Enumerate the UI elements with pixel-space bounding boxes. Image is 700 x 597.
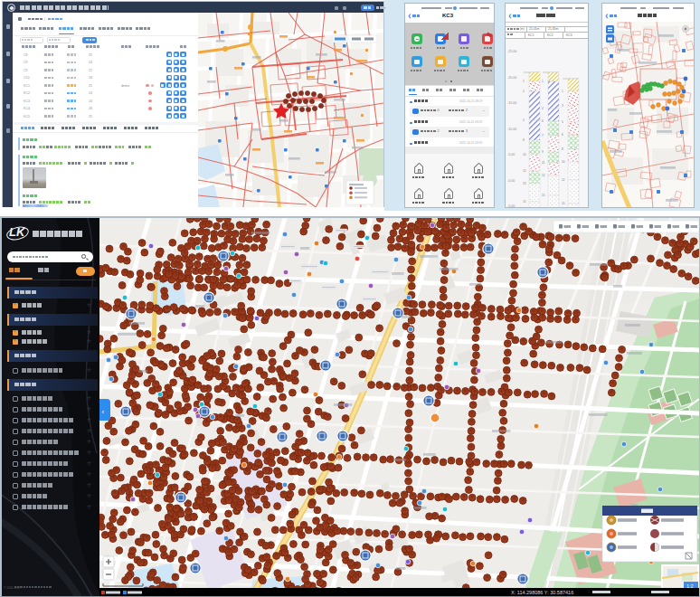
svg-text:X: 114.298086 Y: 30.587416: X: 114.298086 Y: 30.587416 (511, 590, 573, 595)
svg-text:5: 5 (562, 120, 563, 124)
svg-text:5: 5 (523, 118, 525, 122)
svg-text:8: 8 (523, 138, 525, 142)
svg-text:‹: ‹ (102, 408, 105, 416)
svg-text:1: 1 (562, 90, 563, 93)
svg-text:15: 15 (542, 194, 545, 197)
svg-text:-20.00: -20.00 (507, 75, 516, 79)
svg-text:-25.00: -25.00 (507, 50, 516, 53)
svg-text:-10.00: -10.00 (507, 127, 516, 130)
svg-text:12: 12 (562, 178, 565, 182)
svg-text:6: 6 (542, 119, 544, 123)
svg-text:15: 15 (523, 200, 526, 204)
svg-text:11: 11 (542, 161, 545, 165)
svg-text:8: 8 (562, 147, 563, 151)
svg-text:13: 13 (523, 182, 526, 185)
svg-text:15: 15 (562, 202, 565, 205)
svg-text:1: 1 (523, 80, 525, 83)
svg-text:1:2: 1:2 (686, 583, 694, 589)
svg-text:-5.00: -5.00 (507, 153, 515, 156)
svg-text:16: 16 (542, 208, 545, 209)
svg-text:-5.00: -5.00 (507, 204, 515, 208)
svg-text:10: 10 (562, 160, 565, 164)
svg-text:3: 3 (562, 104, 563, 108)
svg-text:7: 7 (542, 134, 544, 137)
svg-text:2: 2 (523, 90, 525, 93)
svg-text:4: 4 (542, 107, 544, 110)
svg-text:6: 6 (562, 133, 563, 137)
svg-text:10: 10 (523, 153, 526, 156)
svg-text:-0.00: -0.00 (507, 178, 515, 182)
svg-text:12: 12 (542, 174, 545, 177)
svg-text:9: 9 (542, 150, 544, 154)
svg-text:12: 12 (523, 169, 526, 173)
svg-text:1: 1 (542, 80, 544, 83)
svg-text:-15.00: -15.00 (507, 101, 516, 105)
